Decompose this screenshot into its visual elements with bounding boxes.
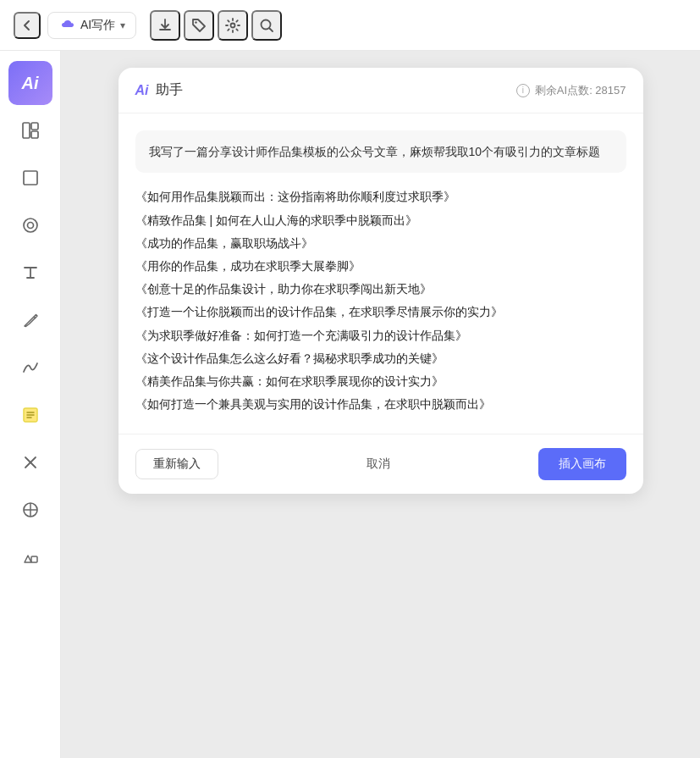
result-item: 《为求职季做好准备：如何打造一个充满吸引力的设计作品集》 (135, 325, 626, 346)
top-toolbar: AI写作 ▾ (0, 0, 700, 51)
result-item: 《精致作品集 | 如何在人山人海的求职季中脱颖而出》 (135, 210, 626, 231)
svg-rect-6 (24, 171, 37, 185)
left-sidebar: Ai (0, 51, 61, 758)
chevron-down-icon: ▾ (120, 19, 125, 31)
sidebar-item-cross[interactable] (8, 440, 52, 484)
sidebar-item-link[interactable] (8, 488, 52, 532)
result-item: 《这个设计作品集怎么这么好看？揭秘求职季成功的关键》 (135, 348, 626, 369)
settings-button[interactable] (218, 10, 248, 41)
result-item: 《如何用作品集脱颖而出：这份指南将助你顺利度过求职季》 (135, 186, 626, 207)
sidebar-item-pen[interactable] (8, 298, 52, 342)
points-label: 剩余AI点数: 28157 (535, 83, 626, 98)
result-item: 《用你的作品集，成功在求职季大展拳脚》 (135, 256, 626, 277)
ai-write-label: AI写作 (80, 18, 115, 33)
svg-rect-15 (31, 556, 37, 562)
sidebar-item-frame[interactable] (8, 156, 52, 200)
panel-ai-icon: Ai (135, 83, 149, 98)
panel-header: Ai 助手 i 剩余AI点数: 28157 (119, 68, 643, 113)
content-area: Ai 助手 i 剩余AI点数: 28157 我写了一篇分享设计师作品集模板的公众… (61, 51, 700, 758)
panel-header-left: Ai 助手 (135, 81, 183, 99)
sidebar-item-text[interactable] (8, 251, 52, 295)
panel-body: 我写了一篇分享设计师作品集模板的公众号文章，麻烦帮我取10个有吸引力的文章标题 … (119, 113, 643, 434)
panel-title: 助手 (156, 81, 183, 99)
back-button[interactable] (14, 12, 41, 39)
result-box: 《如何用作品集脱颖而出：这份指南将助你顺利度过求职季》《精致作品集 | 如何在人… (135, 186, 626, 415)
result-item: 《如何打造一个兼具美观与实用的设计作品集，在求职中脱颖而出》 (135, 394, 626, 415)
svg-rect-3 (23, 123, 30, 138)
svg-point-2 (262, 19, 271, 29)
ai-cloud-icon (58, 19, 75, 32)
main-area: Ai (0, 51, 700, 758)
svg-point-7 (24, 219, 37, 232)
query-box: 我写了一篇分享设计师作品集模板的公众号文章，麻烦帮我取10个有吸引力的文章标题 (135, 130, 626, 173)
reinput-button[interactable]: 重新输入 (135, 449, 218, 479)
ai-panel: Ai 助手 i 剩余AI点数: 28157 我写了一篇分享设计师作品集模板的公众… (119, 68, 643, 494)
svg-point-1 (231, 23, 235, 27)
insert-canvas-button[interactable]: 插入画布 (538, 448, 626, 480)
search-button[interactable] (251, 10, 282, 41)
svg-point-0 (196, 21, 197, 23)
sidebar-item-sticky-note[interactable] (8, 393, 52, 437)
sidebar-item-circle-select[interactable] (8, 203, 52, 247)
result-item: 《精美作品集与你共赢：如何在求职季展现你的设计实力》 (135, 371, 626, 392)
download-button[interactable] (150, 10, 180, 41)
sidebar-item-curve[interactable] (8, 346, 52, 390)
svg-rect-4 (31, 123, 38, 130)
result-item: 《成功的作品集，赢取职场战斗》 (135, 233, 626, 254)
result-item: 《创意十足的作品集设计，助力你在求职季闯出新天地》 (135, 279, 626, 300)
sidebar-ai-icon[interactable]: Ai (8, 61, 52, 105)
panel-header-right: i 剩余AI点数: 28157 (516, 83, 626, 98)
ai-write-button[interactable]: AI写作 ▾ (47, 12, 136, 39)
result-item: 《打造一个让你脱颖而出的设计作品集，在求职季尽情展示你的实力》 (135, 302, 626, 323)
svg-point-8 (27, 223, 33, 229)
info-icon[interactable]: i (516, 84, 530, 97)
toolbar-icons (150, 10, 282, 41)
sidebar-item-layout[interactable] (8, 108, 52, 152)
panel-footer: 重新输入 取消 插入画布 (119, 434, 643, 494)
query-text: 我写了一篇分享设计师作品集模板的公众号文章，麻烦帮我取10个有吸引力的文章标题 (149, 145, 601, 158)
tag-button[interactable] (184, 10, 214, 41)
svg-rect-5 (31, 131, 38, 138)
sidebar-item-shapes[interactable] (8, 535, 52, 579)
cancel-button[interactable]: 取消 (350, 450, 407, 479)
